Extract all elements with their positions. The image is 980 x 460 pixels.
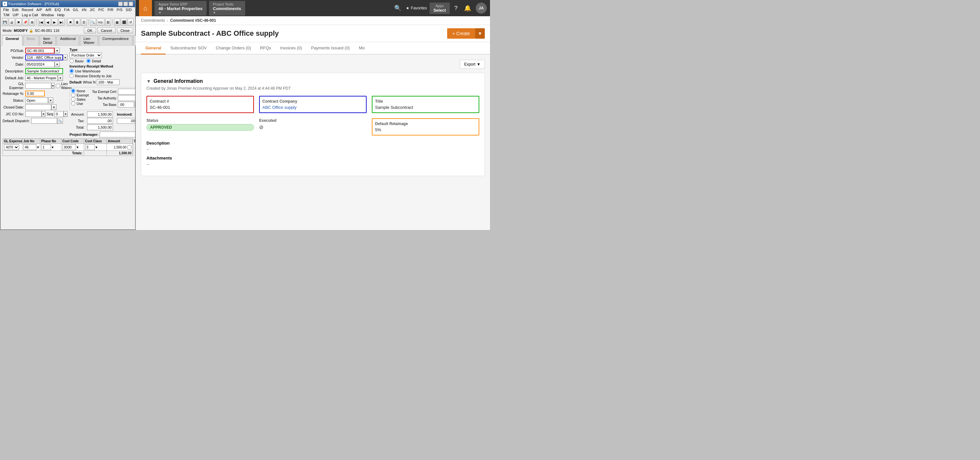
- menu-edit[interactable]: Edit: [11, 8, 20, 12]
- row-cost-code[interactable]: ▼: [61, 144, 84, 150]
- maximize-button[interactable]: □: [123, 2, 128, 6]
- seq-input[interactable]: [54, 111, 64, 117]
- chevron-down-icon[interactable]: ▼: [146, 79, 151, 84]
- tax-exempt-cert-input[interactable]: [118, 89, 135, 94]
- type-basic-radio[interactable]: Basic: [70, 59, 84, 63]
- total-input[interactable]: [87, 124, 113, 130]
- tax-exempt-radio[interactable]: Exempt: [71, 93, 89, 97]
- tb-last[interactable]: ▶|: [59, 19, 65, 25]
- menu-ap[interactable]: A/P: [35, 8, 43, 12]
- page-tab-payments[interactable]: Payments Issued (0): [307, 42, 354, 54]
- ok-button[interactable]: OK: [84, 28, 96, 33]
- proj-mgr-input[interactable]: [100, 132, 135, 137]
- row-cost-code-dd[interactable]: ▼: [76, 146, 79, 149]
- contract-company-link[interactable]: ABC Office supply: [262, 105, 363, 110]
- tax-sales-radio[interactable]: Sales: [71, 97, 89, 101]
- receive-directly-radio[interactable]: Receive Directly to Job: [70, 74, 135, 78]
- tb-search[interactable]: 🔍: [90, 19, 96, 25]
- tb-cancel[interactable]: ✖: [16, 19, 22, 25]
- notifications-button[interactable]: 🔔: [462, 5, 473, 12]
- row-amount-check[interactable]: [127, 145, 132, 150]
- tb-list[interactable]: ☰: [81, 19, 87, 25]
- tax-base-input[interactable]: [118, 102, 134, 108]
- use-warehouse-radio[interactable]: Use Warehouse: [70, 69, 135, 73]
- status-dropdown[interactable]: ▼: [48, 97, 53, 103]
- row-phase-input[interactable]: [41, 144, 51, 150]
- amount-input[interactable]: [87, 111, 113, 117]
- tab-item-detail[interactable]: Item Detail: [40, 35, 56, 46]
- home-button[interactable]: ⌂: [139, 0, 152, 16]
- tb-trash[interactable]: 🗑: [74, 19, 80, 25]
- row-cost-class[interactable]: ▼: [84, 144, 107, 150]
- invoiced-input[interactable]: [117, 118, 135, 124]
- export-button[interactable]: Export ▼: [460, 60, 485, 69]
- page-tab-rfqs[interactable]: RFQs: [256, 42, 276, 54]
- dispatch-search-btn[interactable]: 🔍: [57, 118, 63, 124]
- row-cost-class-dd[interactable]: ▼: [95, 146, 98, 149]
- menu-jc[interactable]: J/C: [88, 8, 97, 12]
- page-tab-invoices[interactable]: Invoices (0): [276, 42, 307, 54]
- cancel-button[interactable]: Cancel: [97, 28, 116, 33]
- vendor-input[interactable]: [25, 54, 63, 60]
- tab-lien-waiver[interactable]: Lien Waiver: [80, 35, 98, 46]
- tax-row-input[interactable]: [87, 118, 113, 124]
- menu-up[interactable]: U/P: [11, 13, 20, 17]
- minimize-button[interactable]: ─: [118, 2, 123, 6]
- retainage-input[interactable]: [25, 91, 45, 97]
- tb-print[interactable]: 🖨: [9, 19, 15, 25]
- tb-sql[interactable]: SQL: [97, 19, 105, 25]
- gl-expense-input[interactable]: [25, 83, 51, 89]
- menu-file[interactable]: File: [2, 8, 10, 12]
- menu-gl[interactable]: G/L: [72, 8, 80, 12]
- tab-correspondence[interactable]: Correspondence: [99, 35, 132, 46]
- tb-grid[interactable]: ⊞: [29, 19, 35, 25]
- row-phase[interactable]: ▼: [40, 144, 61, 150]
- row-cost-class-input[interactable]: [85, 144, 95, 150]
- page-tab-more[interactable]: Mo: [354, 42, 369, 54]
- closed-date-dropdown[interactable]: ▼: [51, 104, 57, 110]
- closed-date-input[interactable]: [25, 104, 51, 110]
- description-input[interactable]: [25, 68, 63, 74]
- type-select[interactable]: Purchase Order: [70, 52, 102, 58]
- tax-authority-input[interactable]: [118, 95, 135, 101]
- row-job[interactable]: ▼: [22, 144, 40, 150]
- menu-window[interactable]: Window: [40, 13, 55, 17]
- seq-dropdown[interactable]: ▼: [64, 111, 68, 117]
- tb-refresh[interactable]: ↺: [127, 19, 134, 25]
- row-gl-select[interactable]: 4070: [4, 144, 19, 150]
- menu-tm[interactable]: T/M: [2, 13, 11, 17]
- tb-prev[interactable]: ◀: [45, 19, 51, 25]
- page-tab-general[interactable]: General: [141, 42, 165, 54]
- search-nav-button[interactable]: 🔍: [392, 5, 403, 12]
- date-input[interactable]: [25, 61, 54, 67]
- company-selector[interactable]: Agave Demo ERP 46 - Market Properties ▼: [154, 1, 207, 16]
- gl-expense-dropdown[interactable]: ▼: [51, 83, 54, 89]
- tax-base-pct-input[interactable]: [135, 102, 135, 108]
- favorites-button[interactable]: ★ Favorites: [406, 6, 427, 10]
- tab-additional[interactable]: Additional: [57, 35, 79, 46]
- jc-co-dropdown[interactable]: ▼: [41, 111, 45, 117]
- tb-save[interactable]: 💾: [2, 19, 8, 25]
- page-tab-sov[interactable]: Subcontractor SOV: [165, 42, 211, 54]
- row-job-input[interactable]: [23, 144, 37, 150]
- menu-log-call[interactable]: Log a Call: [21, 13, 39, 17]
- po-sub-dropdown[interactable]: ▼: [54, 48, 60, 54]
- tb-first[interactable]: |◀: [38, 19, 44, 25]
- row-amount[interactable]: 1,500.00: [107, 144, 133, 150]
- tb-col1[interactable]: ▦: [114, 19, 120, 25]
- vendor-dropdown[interactable]: ▼: [63, 54, 68, 60]
- menu-pc[interactable]: P/C: [97, 8, 105, 12]
- tb-link[interactable]: ⛓: [105, 19, 111, 25]
- tb-next[interactable]: ▶: [52, 19, 58, 25]
- menu-ps[interactable]: P/S: [115, 8, 124, 12]
- po-sub-input[interactable]: [25, 48, 54, 54]
- tax-use-radio[interactable]: Use: [71, 101, 89, 105]
- menu-ar[interactable]: A/R: [44, 8, 52, 12]
- whse-input[interactable]: [97, 79, 119, 85]
- close-window-button[interactable]: ✕: [129, 2, 133, 6]
- help-nav-button[interactable]: ?: [452, 5, 460, 12]
- apps-selector[interactable]: Apps Select: [430, 3, 450, 14]
- menu-in[interactable]: I/N: [81, 8, 88, 12]
- menu-eq[interactable]: E/Q: [53, 8, 62, 12]
- create-button[interactable]: + Create: [447, 28, 475, 39]
